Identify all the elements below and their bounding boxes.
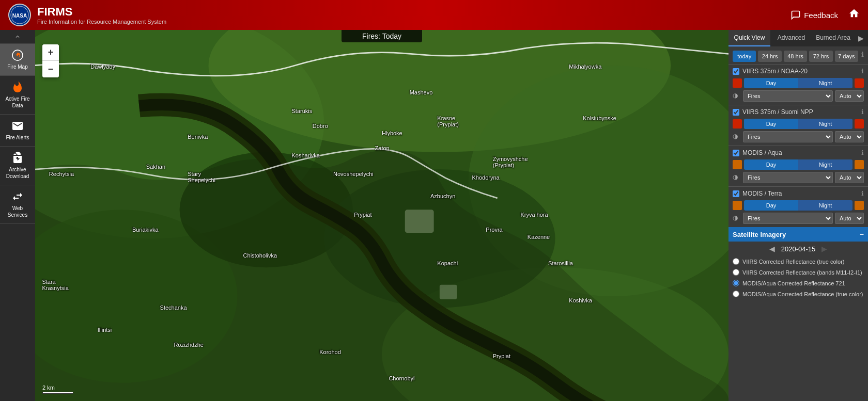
layer-modis-aqua: MODIS / Aqua ℹ Day Night ◑ Fires Auto (729, 146, 868, 186)
svg-rect-11 (405, 210, 434, 233)
svg-point-9 (180, 152, 353, 267)
time-range-controls: today 24 hrs 48 hrs 72 hrs 7 days ℹ (729, 46, 868, 64)
panel-tabs: Quick View Advanced Burned Area ▶ (729, 30, 868, 46)
sidebar-fire-map-label: Fire Map (7, 63, 27, 70)
layer-modis-terra-checkbox[interactable] (733, 190, 739, 197)
imagery-option-1: VIIRS Corrected Reflectance (bands M11-I… (729, 267, 868, 278)
right-panel: Quick View Advanced Burned Area ▶ today … (729, 30, 868, 401)
time-btn-24hrs[interactable]: 24 hrs (758, 51, 781, 62)
layer-modis-aqua-checkbox[interactable] (733, 150, 739, 156)
home-button[interactable] (848, 8, 860, 22)
svg-point-5 (209, 30, 671, 152)
layer-viirs-suominpp-name: VIIRS 375m / Suomi NPP (742, 108, 813, 116)
viirs-suominpp-day-btn[interactable]: Day (744, 119, 798, 129)
time-btn-72hrs[interactable]: 72 hrs (809, 51, 832, 62)
imagery-radio-0[interactable] (733, 258, 739, 265)
fire-icon (11, 81, 24, 93)
panel-expand-button[interactable]: ▶ (854, 30, 868, 46)
map-overlay-svg (35, 30, 729, 401)
modis-terra-night-btn[interactable]: Night (798, 200, 853, 211)
satellite-prev-date-button[interactable]: ◀ (769, 245, 775, 253)
satellite-imagery-section: Satellite Imagery − (729, 227, 868, 242)
modis-aqua-fires-select[interactable]: Fires (743, 172, 833, 183)
modis-terra-color-right (855, 201, 864, 210)
modis-aqua-day-night: Day Night (744, 159, 853, 170)
modis-terra-day-night: Day Night (744, 200, 853, 211)
time-btn-7days[interactable]: 7 days (835, 51, 858, 62)
modis-aqua-auto-select[interactable]: Auto (835, 172, 864, 183)
layer-modis-aqua-controls2: ◑ Fires Auto (733, 172, 864, 183)
svg-point-10 (324, 169, 555, 308)
feedback-label: Feedback (804, 11, 838, 20)
zoom-out-button[interactable]: − (42, 61, 59, 77)
satellite-imagery-title: Satellite Imagery (733, 231, 786, 238)
imagery-radio-3[interactable] (733, 291, 739, 297)
viirs-suominpp-auto-select[interactable]: Auto (835, 131, 864, 142)
sidebar-item-archive-download[interactable]: Archive Download (0, 147, 35, 185)
layer-modis-terra-controls: Day Night (733, 200, 864, 211)
viirs-noaa20-auto-select[interactable]: Auto (835, 90, 864, 102)
viirs-suominpp-color-right (855, 119, 864, 129)
modis-terra-color-left (733, 201, 742, 210)
layer-viirs-noaa20-controls2: ◑ Fires Auto (733, 90, 864, 102)
viirs-suominpp-night-btn[interactable]: Night (798, 119, 853, 129)
imagery-radio-2[interactable] (733, 280, 739, 286)
layer-modis-terra-info[interactable]: ℹ (861, 190, 864, 197)
sidebar-toggle[interactable] (0, 30, 35, 44)
scale-label: 2 km (42, 384, 55, 391)
modis-terra-auto-select[interactable]: Auto (835, 213, 864, 224)
layer-modis-terra-controls2: ◑ Fires Auto (733, 213, 864, 224)
sidebar-fire-alerts-label: Fire Alerts (6, 134, 29, 141)
layer-modis-aqua-name: MODIS / Aqua (742, 149, 782, 156)
time-btn-48hrs[interactable]: 48 hrs (784, 51, 807, 62)
layer-viirs-noaa20-info[interactable]: ℹ (861, 68, 864, 75)
main-content: Fire Map Active Fire Data Fire Alerts Ar… (0, 30, 868, 401)
app-name: FIRMS (37, 5, 72, 18)
time-btn-today[interactable]: today (733, 51, 756, 62)
layer-viirs-suominpp: VIIRS 375m / Suomi NPP ℹ Day Night ◑ Fir… (729, 105, 868, 146)
satellite-next-date-button[interactable]: ▶ (822, 245, 827, 253)
viirs-noaa20-color-left (733, 78, 742, 88)
viirs-suominpp-brightness-icon: ◑ (733, 133, 741, 141)
layer-viirs-suominpp-controls2: ◑ Fires Auto (733, 131, 864, 142)
layer-modis-aqua-controls: Day Night (733, 159, 864, 170)
zoom-in-button[interactable]: + (42, 44, 59, 61)
viirs-suominpp-fires-select[interactable]: Fires (743, 131, 833, 142)
modis-terra-brightness-icon: ◑ (733, 214, 741, 222)
modis-terra-fires-select[interactable]: Fires (743, 213, 833, 224)
satellite-collapse-button[interactable]: − (860, 230, 864, 238)
imagery-radio-1[interactable] (733, 269, 739, 276)
globe-fire-icon (11, 49, 24, 61)
scale-bar: 2 km (42, 384, 73, 394)
layer-viirs-noaa20-controls: Day Night (733, 78, 864, 88)
map-title: Fires: Today (362, 32, 401, 40)
tab-quick-view[interactable]: Quick View (729, 30, 770, 46)
layer-viirs-suominpp-info[interactable]: ℹ (861, 108, 864, 116)
layer-modis-aqua-info[interactable]: ℹ (861, 149, 864, 156)
envelope-icon (11, 120, 24, 132)
viirs-noaa20-day-btn[interactable]: Day (744, 78, 798, 88)
sidebar-item-fire-alerts[interactable]: Fire Alerts (0, 115, 35, 147)
feedback-button[interactable]: Feedback (791, 10, 838, 20)
svg-point-7 (35, 210, 237, 382)
viirs-noaa20-day-night: Day Night (744, 78, 853, 88)
modis-aqua-night-btn[interactable]: Night (798, 159, 853, 170)
svg-point-8 (382, 267, 729, 401)
sidebar-item-fire-map[interactable]: Fire Map (0, 44, 35, 76)
time-info-icon[interactable]: ℹ (860, 51, 864, 62)
map-background (35, 30, 729, 401)
tab-burned-area[interactable]: Burned Area (812, 30, 854, 46)
sidebar: Fire Map Active Fire Data Fire Alerts Ar… (0, 30, 35, 401)
svg-text:NASA: NASA (12, 13, 27, 19)
layer-viirs-noaa20-checkbox[interactable] (733, 68, 739, 75)
viirs-noaa20-fires-select[interactable]: Fires (743, 90, 833, 102)
tab-advanced[interactable]: Advanced (770, 30, 812, 46)
modis-terra-day-btn[interactable]: Day (744, 200, 798, 211)
viirs-noaa20-night-btn[interactable]: Night (798, 78, 853, 88)
modis-aqua-day-btn[interactable]: Day (744, 159, 798, 170)
sidebar-archive-label: Archive Download (2, 166, 33, 180)
map-area[interactable]: Fires: Today + − 2 km Dawlyady Mikhalyow… (35, 30, 729, 401)
layer-viirs-suominpp-checkbox[interactable] (733, 109, 739, 116)
sidebar-item-web-services[interactable]: Web Services (0, 185, 35, 224)
sidebar-item-active-fire-data[interactable]: Active Fire Data (0, 76, 35, 115)
